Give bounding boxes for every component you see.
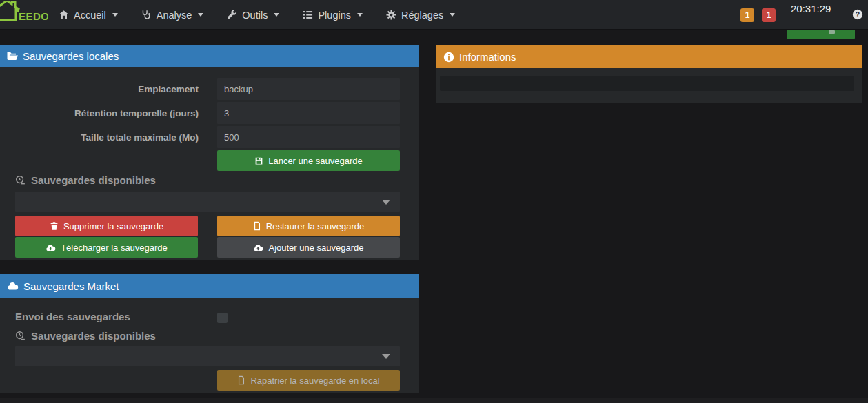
available-backups-title: Sauvegardes disponibles (15, 330, 156, 342)
footer-strip (0, 398, 868, 403)
section-label: Sauvegardes disponibles (31, 174, 156, 186)
emplacement-label: Emplacement (0, 84, 199, 94)
section-label: Sauvegardes disponibles (31, 330, 156, 342)
informations-log[interactable] (440, 76, 854, 91)
floppy-icon (829, 30, 835, 34)
panel-title: Sauvegardes Market (23, 280, 119, 292)
local-backups-body: Emplacement Rétention temporelle (jours)… (0, 67, 419, 260)
nav-item-analyse[interactable]: Analyse (141, 10, 204, 21)
chevron-down-icon (450, 13, 455, 17)
cloud-download-icon (46, 244, 56, 251)
error-count-badge[interactable]: 1 (762, 8, 776, 22)
chevron-down-icon (112, 13, 118, 17)
svg-text:?: ? (856, 10, 860, 19)
launch-backup-button[interactable]: Lancer une sauvegarde (217, 150, 400, 171)
form-row-retention: Rétention temporelle (jours) (0, 102, 419, 124)
nav-item-accueil[interactable]: Accueil (59, 10, 118, 21)
local-backup-select[interactable] (15, 192, 400, 212)
market-backups-panel: Sauvegardes Market Envoi des sauvegardes… (0, 274, 419, 393)
emplacement-input[interactable] (217, 78, 400, 100)
chevron-down-icon (274, 13, 279, 17)
nav-label: Réglages (401, 10, 443, 21)
local-backups-header: Sauvegardes locales (0, 45, 419, 67)
form-row-taille: Taille totale maximale (Mo) (0, 126, 419, 148)
page: EEDOM Accueil Analyse (0, 0, 868, 403)
wrench-icon (227, 10, 237, 20)
informations-body (436, 68, 862, 103)
folder-open-icon (7, 52, 18, 61)
chevron-down-icon (198, 13, 203, 17)
market-backups-body: Envoi des sauvegardes Sauvegardes dispon… (0, 298, 419, 393)
taille-input[interactable] (217, 126, 400, 148)
retention-label: Rétention temporelle (jours) (0, 108, 199, 118)
nav-menu: Accueil Analyse Outils (59, 0, 455, 30)
repatriate-backup-button[interactable]: Rapatrier la sauvegarde en local (217, 370, 400, 391)
nav-label: Analyse (157, 10, 192, 21)
button-label: Rapatrier la sauvegarde en local (250, 375, 379, 386)
save-button-partial[interactable] (787, 30, 855, 39)
nav-label: Plugins (318, 10, 351, 21)
cloud-icon (7, 282, 19, 290)
taille-label: Taille totale maximale (Mo) (0, 132, 199, 143)
retention-input[interactable] (217, 102, 400, 124)
chevron-down-icon (382, 354, 390, 359)
button-label: Télécharger la sauvegarde (61, 242, 168, 253)
floppy-icon (254, 156, 263, 165)
house-logo-icon (0, 1, 20, 21)
trash-icon (50, 221, 59, 231)
form-row-emplacement: Emplacement (0, 78, 419, 100)
chevron-down-icon (357, 13, 363, 17)
stethoscope-icon (141, 10, 152, 20)
info-circle-icon (443, 52, 454, 63)
gear-icon (386, 10, 396, 20)
restore-backup-button[interactable]: Restaurer la sauvegarde (217, 216, 400, 236)
nav-label: Accueil (74, 10, 106, 21)
home-icon (59, 10, 69, 20)
label-text: Envoi des sauvegardes (15, 311, 130, 322)
nav-item-reglages[interactable]: Réglages (386, 10, 455, 21)
chevron-down-icon (382, 200, 390, 205)
history-icon (15, 331, 26, 341)
nav-item-outils[interactable]: Outils (227, 10, 279, 21)
panel-title: Sauvegardes locales (23, 50, 119, 62)
cloud-upload-icon (253, 244, 263, 251)
local-backups-panel: Sauvegardes locales Emplacement Rétentio… (0, 45, 419, 260)
clock: 20:31:29 (791, 3, 831, 14)
informations-header: Informations (436, 45, 862, 68)
jeedom-logo[interactable]: EEDOM (0, 0, 48, 30)
nav-item-plugins[interactable]: Plugins (303, 10, 363, 21)
button-label: Ajouter une sauvegarde (268, 242, 363, 253)
file-icon (253, 221, 261, 231)
nav-label: Outils (242, 10, 268, 21)
list-icon (303, 10, 313, 20)
available-backups-title: Sauvegardes disponibles (15, 174, 156, 186)
button-label: Restaurer la sauvegarde (266, 221, 364, 231)
file-icon (237, 375, 245, 385)
question-circle-icon[interactable]: ? (852, 9, 863, 20)
navbar: EEDOM Accueil Analyse (0, 0, 868, 30)
add-backup-button[interactable]: Ajouter une sauvegarde (217, 237, 400, 258)
button-label: Lancer une sauvegarde (268, 156, 363, 166)
market-backups-header: Sauvegardes Market (0, 274, 419, 298)
panel-title: Informations (459, 51, 516, 63)
delete-backup-button[interactable]: Supprimer la sauvegarde (15, 216, 198, 236)
warning-count-badge[interactable]: 1 (740, 8, 754, 22)
send-backups-label: Envoi des sauvegardes (15, 311, 130, 322)
informations-panel: Informations (436, 45, 862, 103)
market-backup-select[interactable] (15, 346, 400, 366)
history-icon (15, 175, 26, 185)
button-label: Supprimer la sauvegarde (63, 221, 163, 231)
send-backups-checkbox[interactable] (217, 313, 228, 323)
logo-text: EEDOM (19, 10, 48, 22)
download-backup-button[interactable]: Télécharger la sauvegarde (15, 237, 198, 258)
